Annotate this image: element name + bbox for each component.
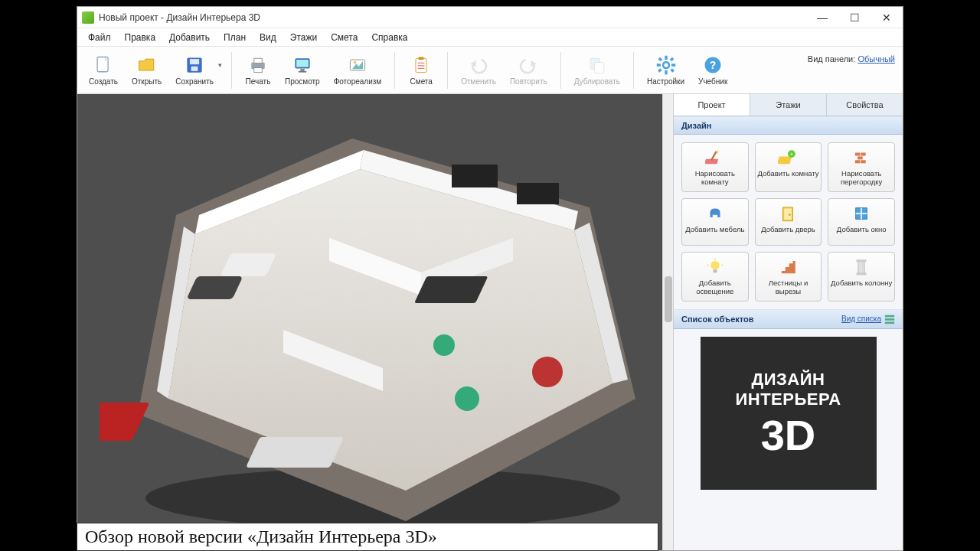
design-btn-5[interactable]: Добавить окно [828,198,895,246]
svg-rect-65 [861,160,866,163]
design-btn-label-4: Добавить дверь [761,226,815,234]
svg-rect-63 [858,156,863,159]
svg-rect-77 [858,261,864,273]
svg-rect-79 [857,272,867,275]
settings-button[interactable]: Настройки [640,51,691,89]
scrollbar-thumb[interactable] [665,276,672,322]
close-button[interactable]: ✕ [871,7,903,28]
svg-rect-31 [669,57,674,62]
svg-rect-25 [665,56,668,60]
promo-logo: ДИЗАЙН ИНТЕРЬЕРА 3D [701,337,877,490]
promo-area: ДИЗАЙН ИНТЕРЬЕРА 3D [674,329,903,550]
create-button[interactable]: Создать [82,51,125,89]
svg-rect-83 [885,318,894,321]
menu-item-5[interactable]: Этажи [284,30,323,45]
redo-label: Повторить [510,77,547,86]
photoreal-button[interactable]: Фотореализм [327,51,389,89]
partition-icon [851,148,871,168]
svg-rect-9 [296,60,309,67]
svg-rect-3 [190,59,199,64]
viewport-scrollbar[interactable] [662,94,673,550]
menu-item-0[interactable]: Файл [82,30,117,45]
gear-icon [655,54,677,76]
folder-open-icon [136,54,158,76]
promo-line2: ИНТЕРЬЕРА [735,390,841,409]
svg-point-55 [433,334,455,356]
menu-item-3[interactable]: План [217,30,252,45]
svg-text:?: ? [710,59,717,71]
duplicate-button: Дублировать [567,51,627,89]
app-icon [82,11,94,24]
printer-icon [247,54,269,76]
svg-point-54 [455,386,479,411]
design-btn-1[interactable]: +Добавить комнату [755,142,822,192]
copy-icon [586,54,608,76]
door-icon [778,204,798,223]
svg-rect-10 [300,69,304,71]
menu-item-1[interactable]: Правка [119,30,162,45]
create-label: Создать [89,77,118,86]
redo-icon [518,54,539,76]
design-grid: Нарисовать комнату+Добавить комнатуНарис… [674,135,903,309]
settings-label: Настройки [647,77,684,86]
menu-item-7[interactable]: Справка [365,30,413,45]
maximize-button[interactable]: ☐ [838,7,871,28]
preview-button[interactable]: Просмотр [278,51,327,89]
svg-point-14 [354,61,357,64]
monitor-icon [292,54,313,76]
save-button[interactable]: Сохранить [168,51,225,89]
list-view-icon[interactable] [884,314,895,324]
sidebar-tabs: ПроектЭтажиСвойства [674,94,903,116]
promo-line1: ДИЗАЙН [752,370,825,390]
design-btn-6[interactable]: Добавить освещение [681,252,749,302]
menu-item-4[interactable]: Вид [253,30,283,45]
estimate-button[interactable]: Смета [401,51,441,89]
svg-rect-78 [857,259,867,262]
menu-item-2[interactable]: Добавить [163,30,216,45]
design-btn-8[interactable]: Добавить колонну [828,252,895,302]
sidebar-tab-2[interactable]: Свойства [827,94,903,116]
design-btn-3[interactable]: Добавить мебель [681,198,749,246]
app-window: Новый проект - Дизайн Интерьера 3D — ☐ ✕… [77,6,903,551]
list-view-link[interactable]: Вид списка [841,315,881,323]
design-btn-label-0: Нарисовать комнату [684,170,746,187]
svg-rect-84 [885,321,894,324]
photoreal-label: Фотореализм [334,77,382,86]
sidebar-tab-0[interactable]: Проект [674,94,750,116]
viewport-3d[interactable] [77,94,673,550]
print-button[interactable]: Печать [238,51,278,89]
design-btn-0[interactable]: Нарисовать комнату [681,142,749,192]
svg-point-72 [710,261,719,269]
design-btn-label-3: Добавить мебель [685,226,744,234]
draw-room-icon [705,148,725,168]
design-btn-label-8: Добавить колонну [831,279,892,288]
svg-rect-53 [517,183,559,204]
open-button[interactable]: Открыть [125,51,168,89]
svg-rect-61 [855,153,861,156]
save-label: Сохранить [175,77,214,86]
design-btn-label-2: Нарисовать перегородку [830,170,893,187]
sidebar-tab-1[interactable]: Этажи [750,94,827,116]
design-btn-label-1: Добавить комнату [757,170,818,178]
minimize-button[interactable]: — [806,7,838,28]
design-btn-7[interactable]: Лестницы и вырезы [755,252,822,302]
design-btn-4[interactable]: Добавить дверь [755,198,822,246]
promo-line3: 3D [761,414,816,457]
design-btn-label-5: Добавить окно [837,226,887,234]
svg-rect-28 [671,64,675,67]
panel-mode-link[interactable]: Обычный [858,54,895,64]
panel-mode: Вид панели: Обычный [808,54,895,64]
design-btn-2[interactable]: Нарисовать перегородку [828,142,895,192]
undo-icon [468,54,489,76]
window-icon [851,204,871,223]
sidebar: ПроектЭтажиСвойства Дизайн Нарисовать ко… [673,94,903,550]
help-button[interactable]: ?Учебник [691,51,734,89]
svg-rect-23 [594,63,603,73]
clipboard-icon [410,54,432,76]
svg-rect-27 [656,64,660,67]
undo-label: Отменить [461,77,496,86]
menu-item-6[interactable]: Смета [325,30,364,45]
design-btn-label-6: Добавить освещение [684,279,746,296]
svg-rect-67 [785,208,792,220]
column-icon [851,257,871,277]
